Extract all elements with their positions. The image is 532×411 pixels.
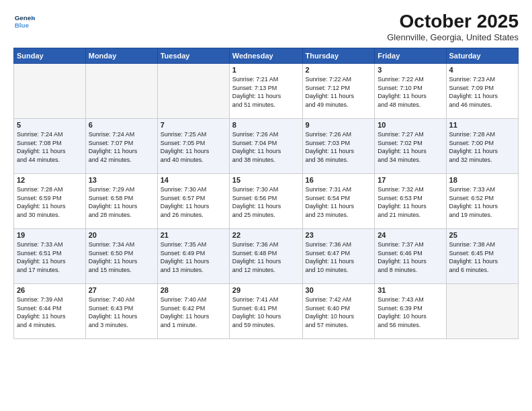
title-block: October 2025 Glennville, Georgia, United… <box>387 11 519 42</box>
day-info: Sunrise: 7:40 AM Sunset: 6:42 PM Dayligh… <box>161 295 226 329</box>
day-info: Sunrise: 7:26 AM Sunset: 7:03 PM Dayligh… <box>306 130 372 164</box>
day-cell: 3Sunrise: 7:22 AM Sunset: 7:10 PM Daylig… <box>375 64 446 119</box>
day-cell: 9Sunrise: 7:26 AM Sunset: 7:03 PM Daylig… <box>302 119 375 174</box>
day-info: Sunrise: 7:31 AM Sunset: 6:54 PM Dayligh… <box>306 185 372 219</box>
day-number: 5 <box>17 121 83 129</box>
day-number: 26 <box>17 286 83 294</box>
day-info: Sunrise: 7:33 AM Sunset: 6:51 PM Dayligh… <box>17 240 83 274</box>
day-info: Sunrise: 7:30 AM Sunset: 6:57 PM Dayligh… <box>161 185 226 219</box>
svg-text:Blue: Blue <box>15 21 30 29</box>
day-number: 20 <box>89 231 154 239</box>
day-info: Sunrise: 7:33 AM Sunset: 6:52 PM Dayligh… <box>449 185 515 219</box>
day-cell: 22Sunrise: 7:36 AM Sunset: 6:48 PM Dayli… <box>229 229 302 284</box>
day-cell: 26Sunrise: 7:39 AM Sunset: 6:44 PM Dayli… <box>14 284 86 339</box>
day-cell: 7Sunrise: 7:25 AM Sunset: 7:05 PM Daylig… <box>157 119 229 174</box>
day-cell: 2Sunrise: 7:22 AM Sunset: 7:12 PM Daylig… <box>302 64 375 119</box>
col-monday: Monday <box>85 48 157 64</box>
day-cell: 19Sunrise: 7:33 AM Sunset: 6:51 PM Dayli… <box>14 229 86 284</box>
day-cell: 4Sunrise: 7:23 AM Sunset: 7:09 PM Daylig… <box>446 64 518 119</box>
day-cell: 25Sunrise: 7:38 AM Sunset: 6:45 PM Dayli… <box>446 229 518 284</box>
day-number: 22 <box>232 231 300 239</box>
day-cell: 14Sunrise: 7:30 AM Sunset: 6:57 PM Dayli… <box>157 174 229 229</box>
day-cell: 17Sunrise: 7:32 AM Sunset: 6:53 PM Dayli… <box>375 174 446 229</box>
page: General Blue October 2025 Glennville, Ge… <box>0 0 532 411</box>
day-info: Sunrise: 7:24 AM Sunset: 7:07 PM Dayligh… <box>89 130 154 164</box>
day-number: 6 <box>89 121 154 129</box>
day-number: 1 <box>232 66 300 74</box>
day-info: Sunrise: 7:28 AM Sunset: 7:00 PM Dayligh… <box>449 130 515 164</box>
col-thursday: Thursday <box>302 48 375 64</box>
week-row-2: 5Sunrise: 7:24 AM Sunset: 7:08 PM Daylig… <box>14 119 519 174</box>
col-saturday: Saturday <box>446 48 518 64</box>
day-cell: 20Sunrise: 7:34 AM Sunset: 6:50 PM Dayli… <box>85 229 157 284</box>
day-info: Sunrise: 7:22 AM Sunset: 7:10 PM Dayligh… <box>378 75 443 109</box>
day-cell: 10Sunrise: 7:27 AM Sunset: 7:02 PM Dayli… <box>375 119 446 174</box>
day-number: 28 <box>161 286 226 294</box>
day-info: Sunrise: 7:23 AM Sunset: 7:09 PM Dayligh… <box>449 75 515 109</box>
day-cell: 24Sunrise: 7:37 AM Sunset: 6:46 PM Dayli… <box>375 229 446 284</box>
day-cell: 30Sunrise: 7:42 AM Sunset: 6:40 PM Dayli… <box>302 284 375 339</box>
col-sunday: Sunday <box>14 48 86 64</box>
subtitle: Glennville, Georgia, United States <box>387 32 519 42</box>
day-cell: 21Sunrise: 7:35 AM Sunset: 6:49 PM Dayli… <box>157 229 229 284</box>
day-info: Sunrise: 7:41 AM Sunset: 6:41 PM Dayligh… <box>232 295 300 329</box>
logo-icon: General Blue <box>13 11 35 32</box>
month-title: October 2025 <box>387 11 519 32</box>
day-info: Sunrise: 7:38 AM Sunset: 6:45 PM Dayligh… <box>449 240 515 274</box>
day-cell: 11Sunrise: 7:28 AM Sunset: 7:00 PM Dayli… <box>446 119 518 174</box>
day-info: Sunrise: 7:28 AM Sunset: 6:59 PM Dayligh… <box>17 185 83 219</box>
day-info: Sunrise: 7:21 AM Sunset: 7:13 PM Dayligh… <box>232 75 300 109</box>
day-cell: 1Sunrise: 7:21 AM Sunset: 7:13 PM Daylig… <box>229 64 302 119</box>
day-number: 10 <box>378 121 443 129</box>
day-cell: 29Sunrise: 7:41 AM Sunset: 6:41 PM Dayli… <box>229 284 302 339</box>
header-row: Sunday Monday Tuesday Wednesday Thursday… <box>14 48 519 64</box>
day-number: 31 <box>378 286 443 294</box>
day-cell: 13Sunrise: 7:29 AM Sunset: 6:58 PM Dayli… <box>85 174 157 229</box>
day-cell: 8Sunrise: 7:26 AM Sunset: 7:04 PM Daylig… <box>229 119 302 174</box>
day-info: Sunrise: 7:27 AM Sunset: 7:02 PM Dayligh… <box>378 130 443 164</box>
day-cell: 18Sunrise: 7:33 AM Sunset: 6:52 PM Dayli… <box>446 174 518 229</box>
day-cell: 6Sunrise: 7:24 AM Sunset: 7:07 PM Daylig… <box>85 119 157 174</box>
day-info: Sunrise: 7:35 AM Sunset: 6:49 PM Dayligh… <box>161 240 226 274</box>
day-cell: 31Sunrise: 7:43 AM Sunset: 6:39 PM Dayli… <box>375 284 446 339</box>
day-number: 27 <box>89 286 154 294</box>
week-row-5: 26Sunrise: 7:39 AM Sunset: 6:44 PM Dayli… <box>14 284 519 339</box>
day-info: Sunrise: 7:32 AM Sunset: 6:53 PM Dayligh… <box>378 185 443 219</box>
day-number: 19 <box>17 231 83 239</box>
day-cell <box>157 64 229 119</box>
day-number: 13 <box>89 176 154 184</box>
day-number: 17 <box>378 176 443 184</box>
day-number: 15 <box>232 176 300 184</box>
week-row-4: 19Sunrise: 7:33 AM Sunset: 6:51 PM Dayli… <box>14 229 519 284</box>
day-number: 4 <box>449 66 515 74</box>
day-info: Sunrise: 7:36 AM Sunset: 6:48 PM Dayligh… <box>232 240 300 274</box>
week-row-1: 1Sunrise: 7:21 AM Sunset: 7:13 PM Daylig… <box>14 64 519 119</box>
day-cell: 5Sunrise: 7:24 AM Sunset: 7:08 PM Daylig… <box>14 119 86 174</box>
day-number: 9 <box>306 121 372 129</box>
day-number: 18 <box>449 176 515 184</box>
day-info: Sunrise: 7:37 AM Sunset: 6:46 PM Dayligh… <box>378 240 443 274</box>
day-info: Sunrise: 7:40 AM Sunset: 6:43 PM Dayligh… <box>89 295 154 329</box>
day-number: 24 <box>378 231 443 239</box>
day-number: 7 <box>161 121 226 129</box>
day-number: 30 <box>306 286 372 294</box>
calendar: Sunday Monday Tuesday Wednesday Thursday… <box>13 48 519 339</box>
day-number: 21 <box>161 231 226 239</box>
day-info: Sunrise: 7:43 AM Sunset: 6:39 PM Dayligh… <box>378 295 443 329</box>
day-info: Sunrise: 7:39 AM Sunset: 6:44 PM Dayligh… <box>17 295 83 329</box>
day-info: Sunrise: 7:34 AM Sunset: 6:50 PM Dayligh… <box>89 240 154 274</box>
day-cell <box>85 64 157 119</box>
day-number: 2 <box>306 66 372 74</box>
day-number: 3 <box>378 66 443 74</box>
day-number: 29 <box>232 286 300 294</box>
day-number: 23 <box>306 231 372 239</box>
day-number: 11 <box>449 121 515 129</box>
header: General Blue October 2025 Glennville, Ge… <box>13 11 519 42</box>
day-info: Sunrise: 7:25 AM Sunset: 7:05 PM Dayligh… <box>161 130 226 164</box>
day-info: Sunrise: 7:42 AM Sunset: 6:40 PM Dayligh… <box>306 295 372 329</box>
day-number: 14 <box>161 176 226 184</box>
day-number: 8 <box>232 121 300 129</box>
day-cell: 23Sunrise: 7:36 AM Sunset: 6:47 PM Dayli… <box>302 229 375 284</box>
day-info: Sunrise: 7:26 AM Sunset: 7:04 PM Dayligh… <box>232 130 300 164</box>
day-number: 16 <box>306 176 372 184</box>
